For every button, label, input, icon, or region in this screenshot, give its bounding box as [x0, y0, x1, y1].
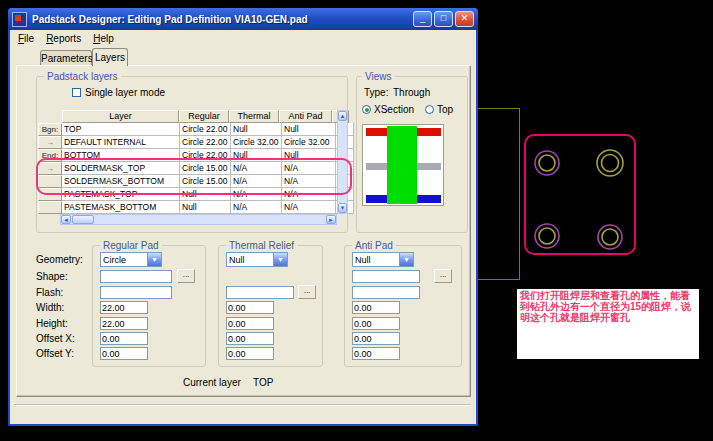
current-layer-value: TOP	[253, 377, 273, 388]
top-radio-label: Top	[437, 104, 453, 115]
app-icon	[12, 12, 27, 27]
xsection-radio[interactable]	[362, 105, 371, 114]
regular-shape-browse-button[interactable]: ...	[177, 269, 195, 283]
column-header[interactable]: Anti Pad	[279, 110, 332, 123]
cell-layer[interactable]: PASTEMASK_BOTTOM	[62, 201, 180, 214]
cell-anti-pad[interactable]: Null	[282, 123, 336, 136]
regular-geometry-select[interactable]: Circle ▼	[100, 252, 162, 267]
table-hscrollbar[interactable]: ◄ ►	[60, 214, 337, 225]
scroll-right-button[interactable]: ►	[326, 215, 336, 224]
view-type-value: Through	[393, 87, 430, 98]
regular-height-input[interactable]	[100, 317, 148, 330]
maximize-button[interactable]: □	[434, 11, 453, 27]
single-layer-mode-checkbox[interactable]	[72, 88, 81, 97]
cell-regular-pad[interactable]: Null	[180, 201, 231, 214]
height-label: Height:	[36, 318, 68, 329]
screen: 我们打开阻焊层和查看孔的属性，能看到钻孔外边有一个直径为15的阻焊，说明这个孔就…	[0, 0, 713, 441]
chevron-down-icon[interactable]: ▼	[399, 253, 413, 266]
cell-thermal-relief[interactable]: Circle 32.00	[231, 136, 282, 149]
cell-layer[interactable]: TOP	[62, 123, 180, 136]
anti-width-input[interactable]	[352, 301, 400, 314]
shape-label: Shape:	[36, 271, 68, 282]
soldermask-highlight-ring	[36, 158, 352, 195]
title-bar[interactable]: Padstack Designer: Editing Pad Definitio…	[8, 8, 478, 30]
table-row[interactable]: PASTEMASK_BOTTOMNullN/AN/A	[38, 201, 338, 214]
preview-top-pad-right	[417, 128, 441, 136]
close-button[interactable]: ✕	[455, 11, 474, 27]
offset-x-label: Offset X:	[36, 333, 75, 344]
anti-geometry-select[interactable]: Null ▼	[352, 252, 414, 267]
tab-layers[interactable]: Layers	[92, 48, 128, 66]
thermal-offset-y-input[interactable]	[226, 347, 274, 360]
cell-layer[interactable]: DEFAULT INTERNAL	[62, 136, 180, 149]
anti-geometry-value: Null	[353, 255, 399, 265]
cell-thermal-relief[interactable]: Null	[231, 123, 282, 136]
padstack-layers-group-label: Padstack layers	[44, 71, 121, 82]
table-row[interactable]: →DEFAULT INTERNALCircle 22.00Circle 32.0…	[38, 136, 338, 149]
preview-bottom-pad-left	[366, 195, 387, 203]
cell-anti-pad[interactable]: Circle 32.00	[282, 136, 336, 149]
hscroll-thumb[interactable]	[72, 215, 94, 224]
scroll-left-button[interactable]: ◄	[61, 215, 71, 224]
annotation-note: 我们打开阻焊层和查看孔的属性，能看到钻孔外边有一个直径为15的阻焊，说明这个孔就…	[517, 289, 699, 359]
regular-width-input[interactable]	[100, 301, 148, 314]
thermal-height-input[interactable]	[226, 317, 274, 330]
menu-bar: FileReportsHelp	[12, 31, 472, 46]
cell-regular-pad[interactable]: Circle 22.00	[180, 123, 231, 136]
anti-offset-x-input[interactable]	[352, 332, 400, 345]
preview-bottom-pad-right	[417, 195, 441, 203]
column-header[interactable]: Layer	[62, 110, 179, 123]
anti-offset-y-input[interactable]	[352, 347, 400, 360]
top-radio[interactable]	[425, 105, 434, 114]
minimize-button[interactable]: _	[413, 11, 432, 27]
cell-anti-pad[interactable]: N/A	[282, 201, 336, 214]
row-marker-button[interactable]: Bgn:	[38, 123, 62, 136]
thermal-width-input[interactable]	[226, 301, 274, 314]
window-title: Padstack Designer: Editing Pad Definitio…	[32, 14, 411, 25]
regular-geometry-value: Circle	[101, 255, 147, 265]
table-row[interactable]: Bgn:TOPCircle 22.00NullNull	[38, 123, 338, 136]
anti-shape-input[interactable]	[352, 270, 420, 283]
regular-flash-input[interactable]	[100, 286, 172, 299]
menu-help[interactable]: Help	[87, 32, 120, 45]
thermal-geometry-value: Null	[227, 255, 273, 265]
flash-label: Flash:	[36, 287, 63, 298]
chevron-down-icon[interactable]: ▼	[273, 253, 287, 266]
anti-height-input[interactable]	[352, 317, 400, 330]
via-drill	[539, 228, 555, 244]
xsection-radio-label: XSection	[374, 104, 414, 115]
cell-thermal-relief[interactable]: N/A	[231, 201, 282, 214]
preview-internal-pad-left	[366, 163, 387, 170]
thermal-geometry-select[interactable]: Null ▼	[226, 252, 288, 267]
row-marker-button[interactable]: →	[38, 136, 62, 149]
thermal-relief-group-label: Thermal Relief	[226, 240, 297, 251]
tab-parameters[interactable]: Parameters	[40, 50, 92, 65]
width-label: Width:	[36, 302, 64, 313]
geometry-label: Geometry:	[36, 254, 83, 265]
anti-shape-browse-button[interactable]: ...	[434, 269, 452, 283]
row-marker-button[interactable]	[38, 201, 62, 214]
menu-file[interactable]: File	[12, 32, 40, 45]
scroll-down-button[interactable]: ▼	[338, 203, 347, 213]
thermal-shape-browse-button[interactable]: ...	[298, 285, 316, 299]
via-drill	[539, 155, 555, 171]
anti-flash-input[interactable]	[352, 286, 420, 299]
thermal-offset-x-input[interactable]	[226, 332, 274, 345]
regular-pad-group-label: Regular Pad	[100, 240, 162, 251]
offset-y-label: Offset Y:	[36, 348, 74, 359]
scroll-up-button[interactable]: ▲	[338, 111, 347, 121]
via-drill	[602, 229, 618, 245]
column-header[interactable]: Regular Pad	[179, 110, 229, 123]
regular-offset-x-input[interactable]	[100, 332, 148, 345]
regular-offset-y-input[interactable]	[100, 347, 148, 360]
via-drill	[602, 155, 619, 172]
regular-shape-input[interactable]	[100, 270, 172, 283]
chevron-down-icon[interactable]: ▼	[147, 253, 161, 266]
canvas-vias	[505, 105, 665, 270]
cell-regular-pad[interactable]: Circle 22.00	[180, 136, 231, 149]
thermal-shape-input[interactable]	[226, 286, 294, 299]
column-header[interactable]: Thermal Relief	[229, 110, 279, 123]
views-group-label: Views	[362, 71, 395, 82]
menu-reports[interactable]: Reports	[40, 32, 87, 45]
preview-internal-pad-right	[417, 163, 441, 170]
